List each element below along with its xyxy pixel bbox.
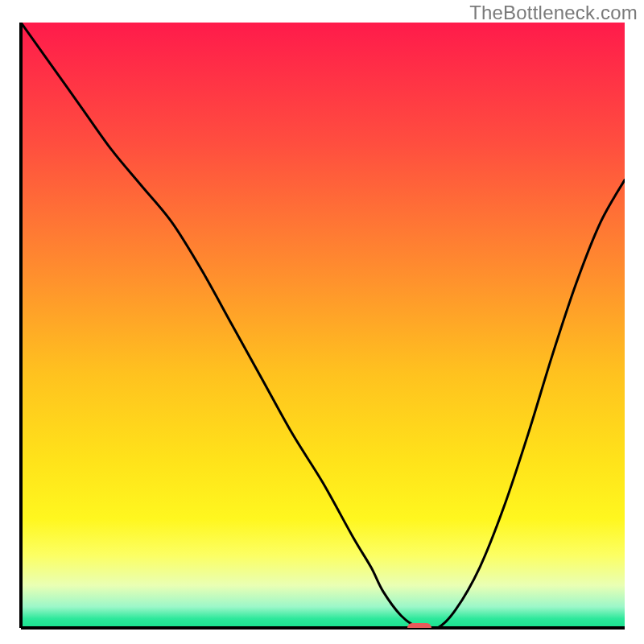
plot-background [21,23,625,628]
optimal-marker [407,623,431,633]
bottleneck-chart [0,0,644,644]
watermark-text: TheBottleneck.com [469,2,638,24]
chart-frame: TheBottleneck.com [0,0,644,644]
